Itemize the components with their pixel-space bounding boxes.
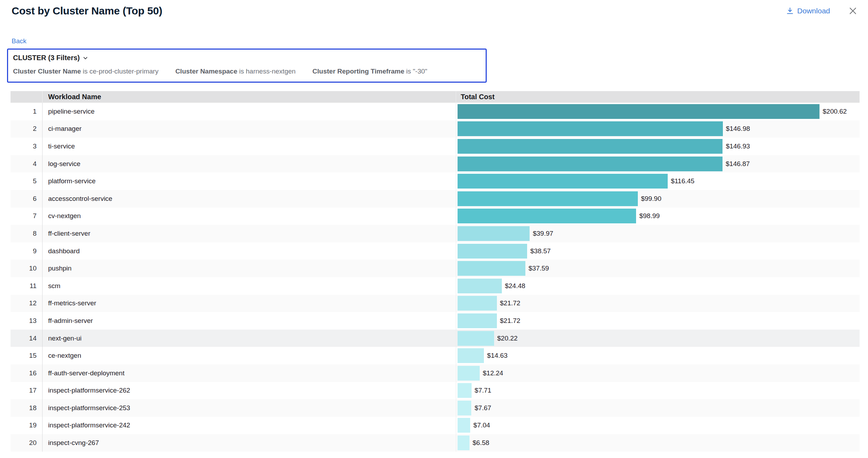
cost-bar xyxy=(458,348,484,363)
table-row[interactable]: 18 inspect-platformservice-253 $7.67 xyxy=(11,399,860,417)
table-row[interactable]: 12 ff-metrics-server $21.72 xyxy=(11,295,860,312)
row-rank: 10 xyxy=(11,260,42,277)
filter-group-label: CLUSTER (3 Filters) xyxy=(13,54,80,62)
cost-bar xyxy=(458,418,470,433)
table-row[interactable]: 11 scm $24.48 xyxy=(11,277,860,295)
cost-cell: $146.98 xyxy=(456,120,860,138)
close-icon[interactable] xyxy=(848,6,857,15)
cost-bar xyxy=(458,279,502,293)
cost-cell: $39.97 xyxy=(456,225,860,242)
cost-value: $6.58 xyxy=(473,439,490,447)
workload-name: ff-metrics-server xyxy=(42,295,456,312)
cost-bar xyxy=(458,296,497,311)
cost-bar xyxy=(458,157,723,171)
cost-bar xyxy=(458,383,472,398)
filter-condition: Cluster Cluster Name is ce-prod-cluster-… xyxy=(13,68,158,75)
cost-bar xyxy=(458,435,469,450)
table-row[interactable]: 13 ff-admin-server $21.72 xyxy=(11,312,860,330)
table-row[interactable]: 20 inspect-cvng-267 $6.58 xyxy=(11,434,860,452)
table-row[interactable]: 8 ff-client-server $39.97 xyxy=(11,225,860,242)
table-row[interactable]: 10 pushpin $37.59 xyxy=(11,260,860,277)
cost-bar xyxy=(458,226,530,241)
cost-cell: $200.62 xyxy=(456,103,860,120)
table-row[interactable]: 1 pipeline-service $200.62 xyxy=(11,103,860,120)
table-row[interactable]: 2 ci-manager $146.98 xyxy=(11,120,860,138)
cost-value: $146.87 xyxy=(726,160,750,168)
cost-bar xyxy=(458,401,471,415)
filter-field-name: Cluster Cluster Name xyxy=(13,68,81,75)
download-button[interactable]: Download xyxy=(786,7,830,15)
cost-value: $14.63 xyxy=(487,352,507,360)
row-rank: 20 xyxy=(11,434,42,452)
workload-name: dashboard xyxy=(42,242,456,260)
back-link[interactable]: Back xyxy=(12,37,26,45)
row-rank: 9 xyxy=(11,242,42,260)
workload-name: pushpin xyxy=(42,260,456,277)
workload-name: pipeline-service xyxy=(42,103,456,120)
cost-bar xyxy=(458,139,723,154)
chevron-down-icon xyxy=(83,55,88,61)
cost-bar xyxy=(458,209,636,223)
cost-cell: $20.22 xyxy=(456,330,860,347)
table-row[interactable]: 6 accesscontrol-service $99.90 xyxy=(11,190,860,208)
workload-name: ff-admin-server xyxy=(42,312,456,330)
header-actions: Download xyxy=(786,5,857,15)
cost-value: $7.04 xyxy=(473,421,490,429)
row-rank: 7 xyxy=(11,208,42,225)
cost-bar xyxy=(458,331,494,346)
workload-name: accesscontrol-service xyxy=(42,190,456,208)
row-rank: 2 xyxy=(11,120,42,138)
cost-value: $24.48 xyxy=(505,282,525,290)
cost-cell: $6.58 xyxy=(456,434,860,452)
cost-bar xyxy=(458,244,527,259)
row-rank: 6 xyxy=(11,190,42,208)
cost-value: $38.57 xyxy=(530,247,551,255)
cost-cell: $21.72 xyxy=(456,312,860,330)
cost-cell: $7.04 xyxy=(456,417,860,434)
row-rank: 12 xyxy=(11,295,42,312)
filter-condition: Cluster Reporting Timeframe is "-30" xyxy=(312,68,427,75)
workload-name: ci-manager xyxy=(42,120,456,138)
cost-value: $12.24 xyxy=(483,369,503,377)
table-row[interactable]: 4 log-service $146.87 xyxy=(11,155,860,173)
table-row[interactable]: 16 ff-auth-server-deployment $12.24 xyxy=(11,364,860,382)
table-row[interactable]: 14 next-gen-ui $20.22 xyxy=(11,330,860,347)
cost-cell: $116.45 xyxy=(456,172,860,190)
cost-value: $146.98 xyxy=(726,125,750,133)
table-row[interactable]: 17 inspect-platformservice-262 $7.71 xyxy=(11,382,860,400)
filter-group-toggle[interactable]: CLUSTER (3 Filters) xyxy=(13,54,88,62)
table-row[interactable]: 7 cv-nextgen $98.99 xyxy=(11,208,860,225)
cost-value: $21.72 xyxy=(500,317,520,325)
cost-cell: $14.63 xyxy=(456,347,860,364)
total-cost-column-header: Total Cost xyxy=(456,91,860,103)
filter-condition: Cluster Namespace is harness-nextgen xyxy=(175,68,296,75)
cost-cell: $98.99 xyxy=(456,208,860,225)
filter-field-name: Cluster Reporting Timeframe xyxy=(312,68,404,75)
row-rank: 8 xyxy=(11,225,42,242)
workload-name: platform-service xyxy=(42,172,456,190)
workload-name: inspect-platformservice-262 xyxy=(42,382,456,400)
table-header-row: Workload Name Total Cost xyxy=(11,91,860,103)
cost-value: $116.45 xyxy=(671,177,694,185)
table-row[interactable]: 19 inspect-platformservice-242 $7.04 xyxy=(11,417,860,434)
cost-cell: $7.67 xyxy=(456,399,860,417)
cost-bar xyxy=(458,366,480,381)
cost-bar xyxy=(458,121,723,136)
row-rank: 14 xyxy=(11,330,42,347)
workload-name: next-gen-ui xyxy=(42,330,456,347)
row-rank: 19 xyxy=(11,417,42,434)
row-rank: 16 xyxy=(11,364,42,382)
table-row[interactable]: 5 platform-service $116.45 xyxy=(11,172,860,190)
download-label: Download xyxy=(797,7,830,15)
table-row[interactable]: 15 ce-nextgen $14.63 xyxy=(11,347,860,364)
row-rank: 11 xyxy=(11,277,42,295)
cost-bar xyxy=(458,104,820,119)
cost-cell: $7.71 xyxy=(456,382,860,400)
workload-name: inspect-platformservice-242 xyxy=(42,417,456,434)
table-row[interactable]: 3 ti-service $146.93 xyxy=(11,138,860,155)
table-body: 1 pipeline-service $200.62 2 ci-manager … xyxy=(11,103,860,452)
filter-field-condition: is harness-nextgen xyxy=(239,68,296,75)
table-row[interactable]: 9 dashboard $38.57 xyxy=(11,242,860,260)
download-icon xyxy=(786,7,794,15)
cost-value: $200.62 xyxy=(823,108,847,115)
